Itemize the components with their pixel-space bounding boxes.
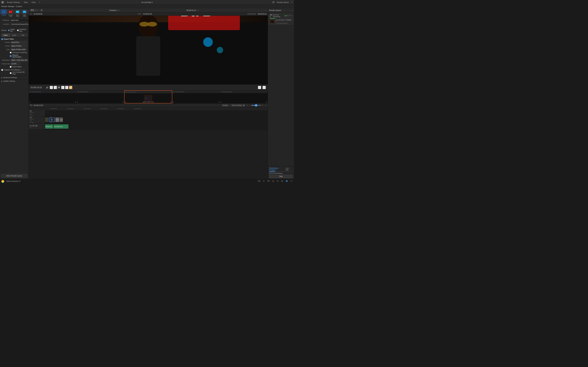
out-button[interactable]: ⏭ xyxy=(262,86,266,89)
mute-button[interactable]: M xyxy=(35,125,38,127)
render-button[interactable]: Render xyxy=(222,104,229,107)
ruler-mark-5: 01:03:30:00 xyxy=(129,108,146,109)
color-page-icon[interactable] xyxy=(272,180,274,183)
v1-clip-2[interactable] xyxy=(49,117,55,122)
clip-01-thumb[interactable]: ✥ ✥ xyxy=(29,93,76,103)
resolution-select[interactable]: 3840 x 2160 Ultra HD xyxy=(10,59,28,62)
ruler-mark-0: 01:00:00:00 xyxy=(45,108,62,109)
preset-dropbox[interactable]: DB 1080p xyxy=(28,9,28,17)
timeline-dropdown-icon[interactable]: ▼ xyxy=(119,9,120,11)
add-to-queue-button[interactable]: Add to Render Queue xyxy=(1,174,27,178)
clip-03-thumb[interactable]: Apple ProRes 4444 ✥ ✥ xyxy=(124,93,172,103)
svg-rect-30 xyxy=(192,95,200,101)
clip-02-thumb[interactable]: ✥ ✥ xyxy=(77,93,124,103)
edit-page-icon[interactable] xyxy=(267,180,270,183)
advanced-settings-header[interactable]: ▶ Advanced Settings xyxy=(0,76,28,79)
stop-render-button[interactable]: Stop xyxy=(269,175,293,178)
framerate-select[interactable]: 23.976 xyxy=(10,62,20,65)
skip-to-start-button[interactable]: ⏮ xyxy=(50,86,53,89)
export-alpha-row: Export Alpha xyxy=(10,66,27,68)
render-settings-menu[interactable]: Render Settings xyxy=(6,1,21,4)
media-pool-icon[interactable] xyxy=(258,180,260,183)
audio-clip-1[interactable]: Bounce by xyxy=(45,124,53,129)
job-item-1: Job 1 00:01:35 Remaining 25% ↻ ✎ ✕ Vu Li… xyxy=(268,13,293,25)
chapters-checkbox[interactable] xyxy=(1,69,3,71)
v1-clip-1[interactable] xyxy=(45,117,48,122)
zoom-minus-button[interactable]: − xyxy=(249,104,251,107)
job-refresh-icon[interactable]: ↻ xyxy=(287,15,289,17)
location-input[interactable] xyxy=(10,23,29,25)
individual-clips-option[interactable]: Individual clips xyxy=(17,28,27,32)
interlaced-label: Interlaced rendering xyxy=(12,52,27,53)
fx-page-icon[interactable] xyxy=(276,180,279,183)
tab-file[interactable]: File xyxy=(18,33,27,37)
tab-video[interactable]: Video xyxy=(1,33,10,37)
play-button[interactable]: ▶ xyxy=(61,86,64,89)
type-select[interactable]: Apple ProRes 4444 xyxy=(10,48,27,51)
resolution-label: Resolution xyxy=(1,59,10,61)
rp-spacer xyxy=(268,25,294,166)
interlaced-checkbox[interactable] xyxy=(10,52,11,53)
audio-header-top: A1 S M xyxy=(30,125,44,127)
audio-clip-2[interactable]: Mr Smith.mp3 xyxy=(54,124,69,129)
clip-04-tc: 00:00:00:00 xyxy=(175,91,182,92)
v1-clip-3[interactable]: Fade... xyxy=(55,117,59,122)
preset-twitter[interactable]: 𝕏 Twitter 1080p xyxy=(21,9,27,17)
subtitle-settings-header[interactable]: ▶ Subtitle Settings xyxy=(0,79,28,83)
ruler-mark-3: 01:02:18:00 xyxy=(95,108,112,109)
loop-button[interactable]: 🔁 xyxy=(69,86,72,89)
zoom-input[interactable] xyxy=(30,9,37,11)
single-clip-radio[interactable] xyxy=(8,30,10,31)
preset-vimeo[interactable]: V Vimeo 1080p xyxy=(14,9,21,17)
render-range-arrow-icon: ▼ xyxy=(247,105,248,106)
zoom-plus-button[interactable]: + xyxy=(262,104,263,107)
single-clip-option[interactable]: Single clip xyxy=(8,28,16,32)
audio-page-icon[interactable] xyxy=(281,180,284,183)
filename-input[interactable] xyxy=(10,19,29,22)
skip-to-end-button[interactable]: ⏭ xyxy=(65,86,69,89)
solo-button[interactable]: S xyxy=(32,125,35,127)
in-label: IN xyxy=(30,13,32,15)
job-delete-icon[interactable]: ✕ xyxy=(291,15,292,17)
render-range-select[interactable]: Entire Timeline xyxy=(231,104,245,107)
settings-page-icon[interactable] xyxy=(290,180,293,183)
codec-select[interactable]: Apple ProRes xyxy=(10,44,27,47)
cut-page-icon[interactable] xyxy=(262,180,265,183)
panel-options[interactable]: ··· xyxy=(291,5,293,8)
timeline-options-dots[interactable]: ··· xyxy=(265,9,267,11)
svg-marker-56 xyxy=(286,181,287,182)
zoom-slider[interactable] xyxy=(251,105,261,106)
individual-clips-radio[interactable] xyxy=(17,30,19,31)
clip-03-tc: 00:00:38:18 xyxy=(127,92,134,93)
preset-custom[interactable]: Custom xyxy=(1,9,7,17)
ruler-content: 01:00:00:00 01:00:46:00 01:01:32:00 01:0… xyxy=(29,107,268,110)
preset-twitter-label: Twitter 1080p xyxy=(23,14,26,17)
export-alpha-checkbox[interactable] xyxy=(10,66,11,68)
stop-button[interactable]: ■ xyxy=(58,86,61,89)
bitrate-checkbox[interactable] xyxy=(10,72,11,74)
timecode-dropdown-icon[interactable]: ▼ xyxy=(197,9,199,11)
in-out-button[interactable]: ⏮ xyxy=(258,86,261,89)
volume-icon[interactable]: 🔊 xyxy=(46,86,48,89)
delivery-page-icon[interactable] xyxy=(285,180,288,183)
v1-clip-4[interactable]: Zipper xyxy=(60,117,63,122)
rp-options-dots[interactable]: ··· xyxy=(291,9,293,11)
clip-05-thumb[interactable]: ✥ ✥ xyxy=(220,93,268,103)
step-back-button[interactable]: ◀ xyxy=(54,86,57,89)
job-progress-fill xyxy=(270,18,275,18)
app-logo xyxy=(1,180,4,183)
job-edit-icon[interactable]: ✎ xyxy=(289,15,291,17)
clips-menu[interactable]: Clips xyxy=(31,1,37,4)
render-queue-menu[interactable]: Render Queue xyxy=(276,1,290,4)
tab-audio[interactable]: Audio xyxy=(10,33,19,37)
svg-point-22 xyxy=(147,22,157,26)
network-opt-checkbox[interactable] xyxy=(10,55,11,57)
export-video-checkbox[interactable] xyxy=(1,38,3,40)
preset-youtube[interactable]: ▶ YT YouTube 1080p xyxy=(8,9,14,17)
svg-rect-44 xyxy=(259,181,260,181)
svg-text:𝕏: 𝕏 xyxy=(24,11,25,13)
format-select[interactable]: QuickTime xyxy=(10,41,27,44)
svg-rect-34 xyxy=(31,105,32,106)
clip-04-thumb[interactable]: ✥ ✥ xyxy=(172,93,220,103)
tape-menu[interactable]: Tape xyxy=(23,1,29,4)
